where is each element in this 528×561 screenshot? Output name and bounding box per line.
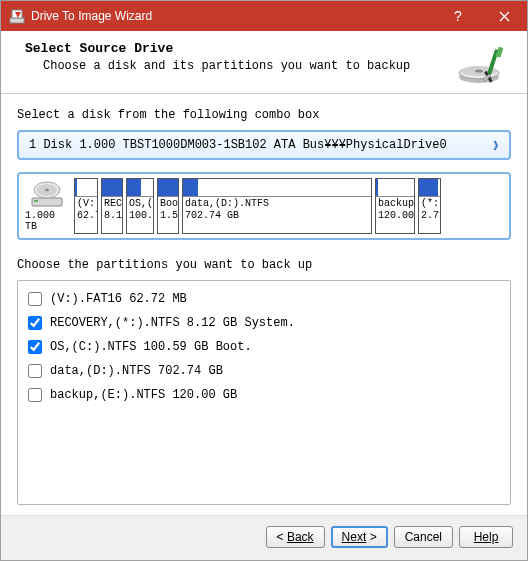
header-disk-icon [457, 41, 511, 85]
partition-checkbox[interactable] [28, 292, 42, 306]
partition-row: data,(D:).NTFS 702.74 GB [22, 359, 506, 383]
wizard-header: Select Source Drive Choose a disk and it… [1, 31, 527, 94]
partition-size: 702.74 GB [183, 210, 371, 222]
header-title: Select Source Drive [25, 41, 457, 56]
titlebar: Drive To Image Wizard ? [1, 1, 527, 31]
partition-size: 62.7 [75, 210, 97, 222]
partition-block[interactable]: (*:).2.71 [418, 178, 441, 234]
partition-usage-bar [158, 179, 178, 197]
partition-block[interactable]: data,(D:).NTFS702.74 GB [182, 178, 372, 234]
chevron-down-icon: ❱ [492, 139, 499, 152]
combo-label: Select a disk from the following combo b… [17, 108, 511, 122]
header-subtitle: Choose a disk and its partitions you wan… [25, 59, 457, 73]
partition-block[interactable]: REC8.12 [101, 178, 123, 234]
partition-label: OS,(C [127, 197, 153, 210]
partition-checkbox[interactable] [28, 388, 42, 402]
partition-checkbox[interactable] [28, 316, 42, 330]
partition-list: (V:).FAT16 62.72 MBRECOVERY,(*:).NTFS 8.… [17, 280, 511, 505]
partition-label: Boo [158, 197, 178, 210]
cancel-button[interactable]: Cancel [394, 526, 453, 548]
titlebar-help-button[interactable]: ? [435, 1, 481, 31]
partition-usage-bar [376, 179, 414, 197]
wizard-footer: < Back Next > Cancel Help [1, 515, 527, 560]
help-button[interactable]: Help [459, 526, 513, 548]
wizard-window: Drive To Image Wizard ? Select Source Dr… [0, 0, 528, 561]
partition-size: 2.71 [419, 210, 440, 222]
partition-block[interactable]: (V:).62.7 [74, 178, 98, 234]
titlebar-close-button[interactable] [481, 1, 527, 31]
partition-block[interactable]: OS,(C100.5 [126, 178, 154, 234]
partition-row: RECOVERY,(*:).NTFS 8.12 GB System. [22, 311, 506, 335]
partition-row-label: data,(D:).NTFS 702.74 GB [50, 364, 223, 378]
partition-row-label: RECOVERY,(*:).NTFS 8.12 GB System. [50, 316, 295, 330]
partition-row: OS,(C:).NTFS 100.59 GB Boot. [22, 335, 506, 359]
svg-point-6 [475, 70, 483, 73]
partition-block[interactable]: backup120.00 [375, 178, 415, 234]
partition-usage-bar [127, 179, 153, 197]
partition-row: (V:).FAT16 62.72 MB [22, 287, 506, 311]
partition-usage-bar [419, 179, 440, 197]
partition-size: 8.12 [102, 210, 122, 222]
partition-label: data,(D:).NTFS [183, 197, 371, 210]
partition-row-label: backup,(E:).NTFS 120.00 GB [50, 388, 237, 402]
disk-combo[interactable]: 1 Disk 1.000 TBST1000DM003-1SB102 ATA Bu… [17, 130, 511, 160]
partition-size: 120.00 [376, 210, 414, 222]
partition-list-label: Choose the partitions you want to back u… [17, 258, 511, 272]
partition-checkbox[interactable] [28, 364, 42, 378]
next-button[interactable]: Next > [331, 526, 388, 548]
partition-size: 100.5 [127, 210, 153, 222]
combo-selected-text: 1 Disk 1.000 TBST1000DM003-1SB102 ATA Bu… [29, 138, 492, 152]
partition-row: backup,(E:).NTFS 120.00 GB [22, 383, 506, 407]
partition-checkbox[interactable] [28, 340, 42, 354]
partition-block[interactable]: Boo1.53 [157, 178, 179, 234]
partition-row-label: (V:).FAT16 62.72 MB [50, 292, 187, 306]
partition-usage-bar [102, 179, 122, 197]
back-button[interactable]: < Back [266, 526, 325, 548]
partition-row-label: OS,(C:).NTFS 100.59 GB Boot. [50, 340, 252, 354]
partition-label: REC [102, 197, 122, 210]
header-text: Select Source Drive Choose a disk and it… [25, 41, 457, 73]
app-icon [9, 8, 25, 24]
disk-total-size: 1.000 TB [25, 210, 69, 232]
svg-rect-11 [34, 200, 38, 202]
partition-usage-bar [75, 179, 97, 197]
disk-icon: 1.000 TB [23, 178, 71, 234]
svg-rect-0 [10, 18, 24, 23]
partition-label: (V:). [75, 197, 97, 210]
partition-size: 1.53 [158, 210, 178, 222]
partition-label: backup [376, 197, 414, 210]
partition-label: (*:). [419, 197, 440, 210]
wizard-content: Select a disk from the following combo b… [1, 94, 527, 515]
svg-point-14 [45, 189, 49, 191]
window-title: Drive To Image Wizard [31, 9, 435, 23]
disk-layout-bar: 1.000 TB (V:).62.7REC8.12OS,(C100.5Boo1.… [17, 172, 511, 240]
partition-usage-bar [183, 179, 371, 197]
